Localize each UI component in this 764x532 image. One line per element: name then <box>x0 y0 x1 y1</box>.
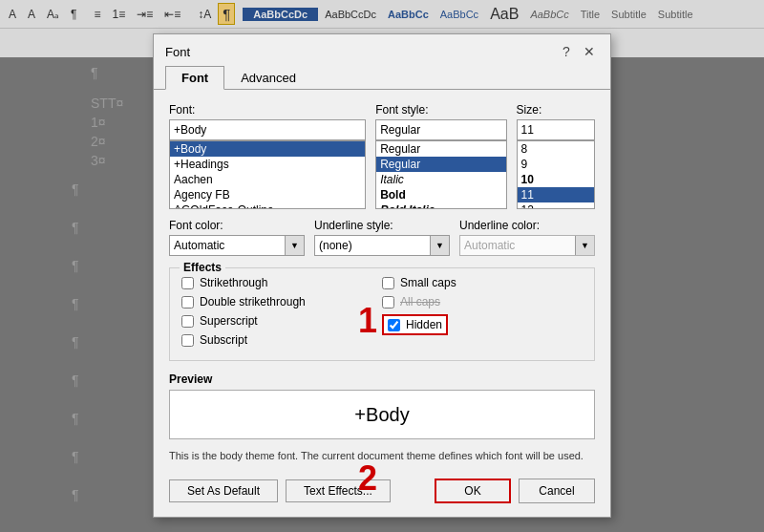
effects-title: Effects <box>180 261 225 274</box>
size-12[interactable]: 12 <box>518 202 594 209</box>
fontstyle-bold[interactable]: Bold <box>376 187 505 202</box>
size-9[interactable]: 9 <box>518 157 594 172</box>
underline-style-label: Underline style: <box>314 219 450 232</box>
size-8[interactable]: 8 <box>518 141 594 157</box>
effect-small-caps: Small caps <box>382 276 583 289</box>
help-button[interactable]: ? <box>557 42 576 61</box>
cancel-button[interactable]: Cancel <box>519 479 595 503</box>
subscript-label: Subscript <box>200 333 247 347</box>
fontstyle-list[interactable]: Regular Regular Italic Bold Bold Italic <box>375 140 506 209</box>
font-list-item-agency[interactable]: Agency FB <box>170 187 365 202</box>
font-list-item-body[interactable]: +Body <box>170 141 365 157</box>
fontstyle-input[interactable] <box>375 119 506 140</box>
effects-columns: Strikethrough Double strikethrough Super… <box>181 276 583 352</box>
dialog-footer: Set As Default Text Effects... OK Cancel <box>169 475 595 503</box>
preview-text: +Body <box>354 404 409 426</box>
tab-advanced[interactable]: Advanced <box>224 66 312 90</box>
fontstyle-bolditalic[interactable]: Bold Italic <box>376 202 505 209</box>
preview-label: Preview <box>169 372 595 386</box>
size-field: Size: 8 9 10 11 12 <box>517 103 595 209</box>
fontstyle-regular[interactable]: Regular <box>376 141 505 157</box>
underline-style-select[interactable]: (none) <box>314 235 450 256</box>
strikethrough-label: Strikethrough <box>200 276 267 289</box>
dialog-tabs: Font Advanced <box>154 65 610 89</box>
effect-hidden: Hidden <box>382 314 448 335</box>
font-label: Font: <box>169 103 366 117</box>
close-button[interactable]: ✕ <box>580 42 599 61</box>
dialog-titlebar: Font ? ✕ <box>154 34 610 65</box>
underline-color-field: Underline color: Automatic ▼ <box>459 219 595 256</box>
underline-style-select-wrap: (none) ▼ <box>314 235 450 256</box>
preview-box: +Body <box>169 390 595 439</box>
effects-col-right: Small caps All caps Hidden <box>382 276 583 352</box>
effect-all-caps: All caps <box>382 295 583 309</box>
modal-overlay: Font ? ✕ Font Advanced Font: +Body + <box>0 0 764 532</box>
double-strikethrough-label: Double strikethrough <box>200 295 306 309</box>
font-color-label: Font color: <box>169 219 305 232</box>
footer-left: Set As Default Text Effects... <box>169 479 391 502</box>
dialog-title: Font <box>165 45 190 59</box>
effects-col-left: Strikethrough Double strikethrough Super… <box>181 276 382 352</box>
font-color-field: Font color: Automatic ▼ <box>169 219 305 256</box>
strikethrough-checkbox[interactable] <box>181 277 194 289</box>
double-strikethrough-checkbox[interactable] <box>181 296 194 309</box>
underline-color-label: Underline color: <box>459 219 595 232</box>
all-caps-checkbox[interactable] <box>382 296 394 309</box>
size-label: Size: <box>517 103 595 117</box>
preview-section: Preview +Body <box>169 372 595 439</box>
superscript-checkbox[interactable] <box>181 315 194 328</box>
effect-superscript: Superscript <box>181 314 382 328</box>
size-10[interactable]: 10 <box>518 172 594 187</box>
font-color-select[interactable]: Automatic <box>169 235 305 256</box>
effects-section: Effects Strikethrough Double strikethrou… <box>169 267 595 361</box>
underline-color-select-wrap: Automatic ▼ <box>459 235 595 256</box>
fontstyle-field: Font style: Regular Regular Italic Bold … <box>375 103 506 209</box>
set-default-button[interactable]: Set As Default <box>169 479 278 502</box>
font-color-select-wrap: Automatic ▼ <box>169 235 305 256</box>
size-input[interactable] <box>517 119 595 140</box>
dialog-controls: ? ✕ <box>557 42 599 61</box>
font-dialog: Font ? ✕ Font Advanced Font: +Body + <box>153 33 611 518</box>
size-list[interactable]: 8 9 10 11 12 <box>517 140 595 209</box>
footer-right: OK Cancel <box>435 479 595 503</box>
hidden-label: Hidden <box>406 318 442 331</box>
ok-button[interactable]: OK <box>435 479 511 503</box>
effect-subscript: Subscript <box>181 333 382 347</box>
tab-font[interactable]: Font <box>165 66 224 90</box>
text-effects-button[interactable]: Text Effects... <box>286 479 391 502</box>
effect-strikethrough: Strikethrough <box>181 276 382 289</box>
fontstyle-regular-sel[interactable]: Regular <box>376 157 505 172</box>
underline-style-field: Underline style: (none) ▼ <box>314 219 450 256</box>
all-caps-label: All caps <box>400 295 440 309</box>
color-row: Font color: Automatic ▼ Underline style:… <box>169 219 595 256</box>
font-list-item-aachen[interactable]: Aachen <box>170 172 365 187</box>
underline-color-select[interactable]: Automatic <box>459 235 595 256</box>
subscript-checkbox[interactable] <box>181 334 194 347</box>
font-field: Font: +Body +Headings Aachen Agency FB A… <box>169 103 366 209</box>
dialog-body: Font: +Body +Headings Aachen Agency FB A… <box>154 89 610 517</box>
small-caps-checkbox[interactable] <box>382 277 394 289</box>
hidden-checkbox[interactable] <box>388 319 400 331</box>
font-fields-row: Font: +Body +Headings Aachen Agency FB A… <box>169 103 595 209</box>
fontstyle-italic[interactable]: Italic <box>376 172 505 187</box>
font-list-item-headings[interactable]: +Headings <box>170 157 365 172</box>
fontstyle-label: Font style: <box>375 103 506 117</box>
superscript-label: Superscript <box>200 314 258 328</box>
size-11[interactable]: 11 <box>518 187 594 202</box>
description-text: This is the body theme font. The current… <box>169 449 595 463</box>
small-caps-label: Small caps <box>400 276 456 289</box>
font-list[interactable]: +Body +Headings Aachen Agency FB AGOldFa… <box>169 140 366 209</box>
font-input[interactable] <box>169 119 366 140</box>
effect-double-strikethrough: Double strikethrough <box>181 295 382 309</box>
font-list-item-agoldface[interactable]: AGOldFace-Outline <box>170 202 365 209</box>
